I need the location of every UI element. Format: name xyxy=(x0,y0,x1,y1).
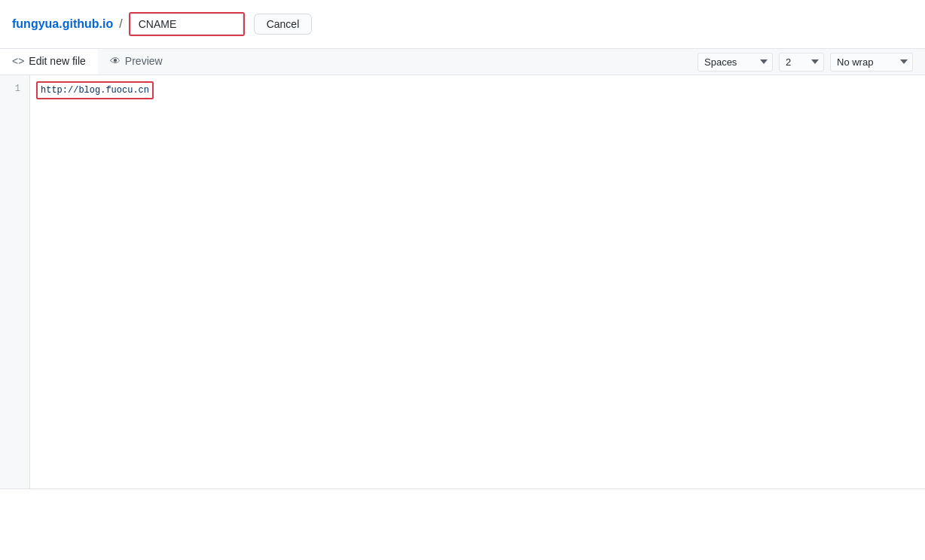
tab-preview[interactable]: 👁 Preview xyxy=(98,49,175,75)
wrap-select[interactable]: No wrap Soft wrap xyxy=(830,53,913,72)
indent-size-select[interactable]: 2 4 8 xyxy=(779,53,824,72)
repo-link[interactable]: fungyua.github.io xyxy=(12,17,113,31)
editor-content[interactable]: http://blog.fuocu.cn xyxy=(30,75,925,488)
tab-edit[interactable]: <> Edit new file xyxy=(0,49,98,75)
toolbar-right: Spaces Tabs 2 4 8 No wrap Soft wrap xyxy=(698,53,925,72)
line-numbers: 1 xyxy=(0,75,30,488)
eye-icon: 👁 xyxy=(110,55,121,67)
tabs-container: <> Edit new file 👁 Preview xyxy=(0,49,175,75)
breadcrumb-separator: / xyxy=(119,17,122,31)
editor-toolbar: <> Edit new file 👁 Preview Spaces Tabs 2… xyxy=(0,48,925,75)
editor-container: 1 http://blog.fuocu.cn xyxy=(0,75,925,489)
breadcrumb: fungyua.github.io / Cancel xyxy=(0,0,925,48)
line-number-1: 1 xyxy=(12,81,20,96)
code-content-wrapper: http://blog.fuocu.cn xyxy=(36,81,154,99)
filename-input-wrapper xyxy=(129,12,245,36)
code-text-1: http://blog.fuocu.cn xyxy=(38,85,152,96)
cancel-button[interactable]: Cancel xyxy=(254,14,313,35)
code-icon: <> xyxy=(12,55,24,67)
tab-preview-label: Preview xyxy=(125,55,163,67)
code-line-1: http://blog.fuocu.cn xyxy=(36,81,919,99)
filename-input[interactable] xyxy=(130,14,243,35)
spaces-select[interactable]: Spaces Tabs xyxy=(698,53,773,72)
tab-edit-label: Edit new file xyxy=(29,55,85,67)
